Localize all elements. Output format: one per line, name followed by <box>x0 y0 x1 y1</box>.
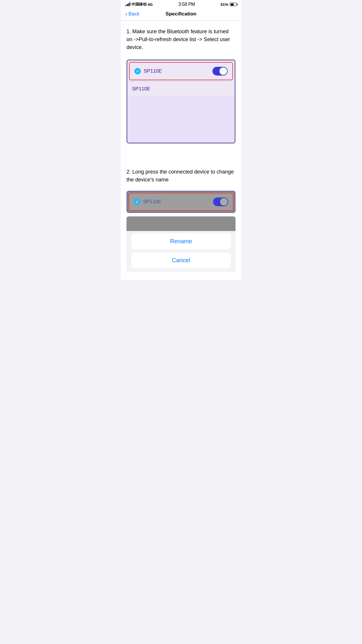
step1-device-name: SP110E <box>144 68 162 74</box>
status-time: 3:58 PM <box>178 2 195 7</box>
step1-toggle[interactable] <box>212 67 228 76</box>
step2-action-sheet-screenshot: Rename Cancel <box>126 216 236 272</box>
content-section-2: 2. Long press the connected device to ch… <box>121 161 241 280</box>
step2-instruction: 2. Long press the connected device to ch… <box>126 161 236 184</box>
status-bar: 中国移动 4G 3:58 PM 61% <box>121 0 241 8</box>
content-section-1: 1. Make sure the Bluetooth feature is tu… <box>121 21 241 161</box>
back-label: Back <box>129 11 140 17</box>
cancel-button[interactable]: Cancel <box>131 252 231 268</box>
step2-device-row: ✓ SP110E <box>129 193 233 211</box>
status-left: 中国移动 4G <box>125 2 153 7</box>
step1-instruction: 1. Make sure the Bluetooth feature is tu… <box>126 28 236 51</box>
checkmark-icon: ✓ <box>134 68 141 74</box>
action-sheet: Rename Cancel <box>126 231 236 272</box>
nav-bar: ‹ Back Specification <box>121 8 241 21</box>
battery-percent-label: 61% <box>221 2 228 7</box>
step1-device-name-2: SP110E <box>132 86 150 92</box>
step1-screenshot: ✓ SP110E SP110E <box>126 60 236 144</box>
network-label: 4G <box>148 2 153 7</box>
checkmark-icon-2: ✓ <box>134 199 140 205</box>
page-title: Specification <box>166 11 196 17</box>
step1-screenshot-body <box>127 96 235 143</box>
carrier-label: 中国移动 <box>131 2 147 7</box>
step2-screenshot-top: ✓ SP110E <box>126 191 236 213</box>
signal-icon <box>125 3 130 6</box>
step2-device-name-group: ✓ SP110E <box>134 199 161 205</box>
step1-device-row-plain: SP110E <box>127 82 235 96</box>
back-button[interactable]: ‹ Back <box>125 11 139 17</box>
step1-device-name-group: ✓ SP110E <box>134 68 162 74</box>
rename-button[interactable]: Rename <box>131 233 231 249</box>
step1-device-row-selected: ✓ SP110E <box>129 62 233 80</box>
status-right: 61% <box>221 2 237 7</box>
chevron-left-icon: ‹ <box>125 11 127 17</box>
step2-toggle[interactable] <box>213 197 228 206</box>
step2-device-name: SP110E <box>143 199 161 205</box>
battery-icon <box>230 3 237 6</box>
